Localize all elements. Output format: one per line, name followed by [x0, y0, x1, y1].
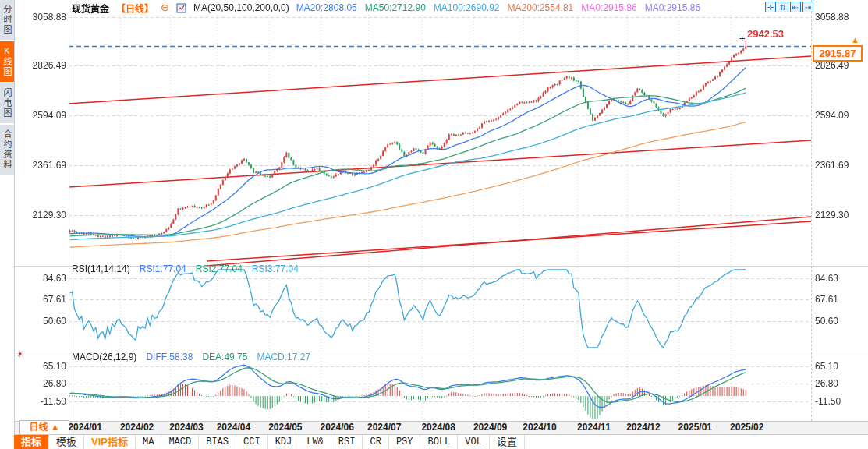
period-selector-button[interactable]: 日线 ▲: [19, 420, 69, 435]
macd-params-label: MACD(26,12,9): [72, 352, 136, 362]
chart-header: 现货黄金 【日线】 ⊖ MA(20,50,100,200,0,0) MA20:2…: [72, 2, 700, 13]
rsi-header: RSI(14,14,14) RSI1:77.04RSI2:77.04RSI3:7…: [72, 263, 299, 274]
axis-label-left: 2594.09: [22, 110, 66, 121]
plot-right-border: [811, 0, 812, 421]
toolbar-button-rsi[interactable]: RSI: [331, 435, 363, 449]
toolbar-button-macd[interactable]: MACD: [161, 435, 199, 449]
axis-label-left: 2826.49: [22, 60, 66, 71]
high-price-marker: 2942.53: [747, 28, 784, 40]
axis-label-left: 65.10: [22, 361, 66, 372]
axis-label-left: 2129.30: [22, 210, 66, 221]
rsi-value-label: RSI1:77.04: [140, 263, 186, 274]
trading-app-window: 分时图K线图闪电图合约资料 现货黄金 【日线】 ⊖ MA(20,50,100,2…: [0, 0, 868, 449]
macd-value-label: DEA:49.75: [202, 352, 247, 362]
date-label: 2024/02: [120, 422, 154, 433]
axis-label-left: 26.80: [22, 378, 66, 389]
macd-header: MACD(26,12,9) DIFF:58.38DEA:49.75MACD:17…: [72, 352, 310, 362]
indicator-sun-icon: ☀: [16, 349, 24, 359]
current-price-tag: 2915.87: [813, 45, 863, 62]
toolbar-button-lw[interactable]: LW&: [299, 435, 331, 449]
toolbar-button-vip[interactable]: VIP指标: [84, 435, 136, 449]
sidebar-tab-2[interactable]: K线图: [0, 41, 14, 82]
axis-label-right: 2826.49: [815, 60, 865, 71]
axis-label-left: 3058.88: [22, 12, 66, 23]
ma-value-label: MA200:2554.81: [508, 2, 574, 13]
date-label: 2024/12: [626, 422, 660, 433]
axis-label-right: 3058.88: [815, 12, 865, 23]
mini-chart-icon[interactable]: [176, 3, 186, 13]
toolbar-button-[interactable]: 指标: [14, 435, 49, 449]
date-label: 2024/09: [473, 422, 507, 433]
date-label: 2024/06: [321, 422, 354, 433]
rsi-value-label: RSI2:77.04: [196, 263, 243, 274]
ma-value-label: MA0:2915.86: [645, 2, 700, 13]
price-chart-canvas[interactable]: [0, 0, 868, 449]
date-label: 2025/02: [730, 422, 763, 433]
axis-label-left: 67.61: [22, 294, 66, 305]
sidebar-tab-4[interactable]: 合约资料: [0, 125, 14, 175]
rsi-params-label: RSI(14,14,14): [72, 263, 130, 274]
axis-label-left: 2361.69: [22, 160, 66, 171]
axis-label-right: 50.60: [815, 316, 865, 327]
axis-label-left: -11.50: [22, 396, 66, 407]
toolbar-button-cci[interactable]: CCI: [236, 435, 268, 449]
toolbar-button-bias[interactable]: BIAS: [199, 435, 236, 449]
symbol-name: 现货黄金: [72, 2, 109, 15]
macd-value-label: DIFF:58.38: [146, 352, 193, 362]
collapse-icon[interactable]: ⊖: [161, 3, 169, 12]
price-tag-pin-icon: ▲: [851, 35, 859, 44]
sidebar-tab-3[interactable]: 闪电图: [0, 83, 14, 123]
date-label: 2024/04: [217, 422, 250, 433]
ma-value-label: MA100:2690.92: [434, 2, 500, 13]
ma-value-label: MA0:2915.86: [581, 2, 636, 13]
macd-value-label: MACD:17.27: [257, 352, 310, 362]
date-label: 2024/11: [577, 422, 611, 433]
date-label: 2025/01: [678, 422, 712, 433]
toolbar-button-[interactable]: 模板: [49, 435, 84, 449]
plot-left-border: [69, 0, 69, 421]
axis-label-left: 84.63: [22, 273, 66, 284]
ma-params-label: MA(20,50,100,200,0,0): [193, 2, 289, 13]
date-label: 2024/07: [367, 422, 401, 433]
rsi-values: RSI1:77.04RSI2:77.04RSI3:77.04: [140, 263, 299, 274]
toolbar-button-ma[interactable]: MA: [136, 435, 161, 449]
toolbar-button-psy[interactable]: PSY: [389, 435, 421, 449]
date-label: 2024/05: [268, 422, 302, 433]
axis-label-right: 67.61: [815, 294, 865, 305]
fit-y-axis-icon[interactable]: ⇅: [778, 2, 788, 12]
rsi-value-label: RSI3:77.04: [252, 263, 299, 274]
crosshair-icon[interactable]: ✛: [765, 2, 776, 12]
axis-label-left: 50.60: [22, 316, 66, 327]
date-label: 2024/03: [169, 422, 203, 433]
chart-corner-toolbar: ✛⇅⇤⇥: [765, 2, 813, 12]
toolbar-button-boll[interactable]: BOLL: [420, 435, 458, 449]
axis-label-right: -11.50: [815, 396, 865, 407]
date-label: 2024/10: [523, 422, 556, 433]
indicator-toolbar: 指标模板VIP指标MAMACDBIASCCIKDJLW&RSICRPSYBOLL…: [14, 434, 868, 449]
fit-x-axis-icon[interactable]: ⇤: [790, 2, 801, 12]
axis-label-right: 26.80: [815, 378, 865, 389]
high-cross-icon: +: [739, 33, 746, 44]
ma-value-label: MA20:2808.05: [296, 2, 357, 13]
toolbar-button-[interactable]: 设置: [490, 435, 525, 449]
period-tag: 【日线】: [116, 2, 154, 15]
ma-value-label: MA50:2712.90: [365, 2, 426, 13]
sidebar-tab-1[interactable]: 分时图: [0, 0, 14, 40]
macd-values: DIFF:58.38DEA:49.75MACD:17.27: [146, 352, 310, 362]
axis-label-right: 2594.09: [815, 110, 865, 121]
ma-values: MA20:2808.05MA50:2712.90MA100:2690.92MA2…: [296, 2, 700, 13]
axis-label-right: 2129.30: [815, 210, 865, 221]
pan-right-icon[interactable]: ⇥: [802, 2, 813, 12]
axis-label-right: 2361.69: [815, 160, 865, 171]
date-label: 2024/01: [68, 422, 101, 433]
axis-label-right: 84.63: [815, 273, 865, 284]
axis-label-right: 65.10: [815, 361, 865, 372]
date-label: 2024/08: [421, 422, 455, 433]
toolbar-button-vol[interactable]: VOL: [458, 435, 490, 449]
toolbar-button-cr[interactable]: CR: [363, 435, 388, 449]
left-sidebar: 分时图K线图闪电图合约资料: [0, 0, 15, 449]
toolbar-button-kdj[interactable]: KDJ: [268, 435, 300, 449]
